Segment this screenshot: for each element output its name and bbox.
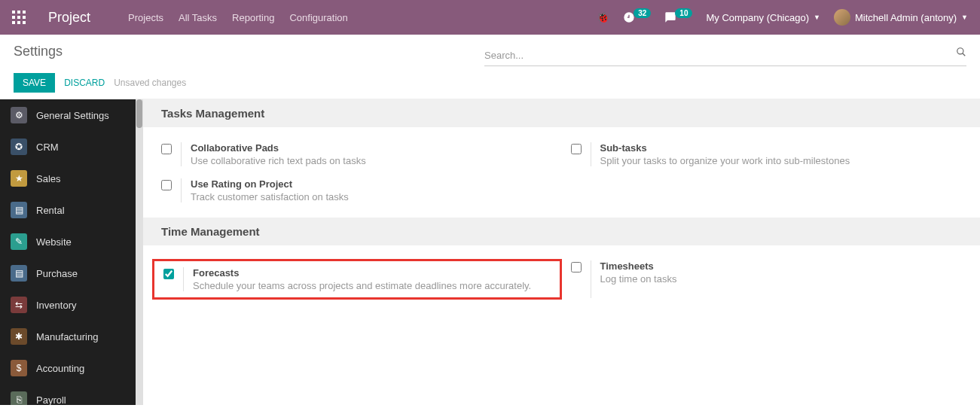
avatar — [834, 9, 850, 26]
module-icon: ⚙ — [11, 107, 27, 123]
setting-description: Log time on tasks — [600, 273, 963, 285]
sidebar-item-inventory[interactable]: ⇆Inventory — [0, 289, 136, 321]
control-panel: Settings SAVE DISCARD Unsaved changes — [0, 35, 980, 99]
activity-indicator[interactable]: 32 — [623, 11, 651, 23]
sidebar-item-label: Sales — [36, 173, 61, 184]
messages-badge: 10 — [675, 8, 692, 18]
svg-line-1 — [963, 53, 966, 56]
setting-checkbox[interactable] — [571, 144, 582, 154]
module-icon: ★ — [11, 170, 27, 187]
section-header: Time Management — [143, 218, 980, 245]
sidebar-item-label: Website — [36, 236, 72, 248]
debug-icon[interactable]: 🐞 — [597, 11, 609, 23]
setting-description: Track customer satisfaction on tasks — [191, 191, 553, 202]
top-navbar: Project Projects All Tasks Reporting Con… — [0, 0, 980, 35]
setting-description: Split your tasks to organize your work i… — [600, 155, 963, 166]
setting-collaborative-pads: Collaborative PadsUse collaborative rich… — [152, 136, 562, 172]
company-name: My Company (Chicago) — [706, 12, 809, 23]
apps-icon[interactable] — [12, 11, 26, 24]
sidebar-item-rental[interactable]: ▤Rental — [0, 194, 136, 226]
module-icon: ▤ — [11, 265, 27, 282]
nav-links: Projects All Tasks Reporting Configurati… — [128, 12, 348, 23]
scrollbar[interactable] — [136, 99, 143, 405]
setting-title: Timesheets — [600, 260, 963, 272]
setting-description: Use collaborative rich text pads on task… — [191, 155, 553, 166]
module-icon: ⎘ — [11, 391, 27, 405]
discard-button[interactable]: DISCARD — [64, 78, 105, 88]
unsaved-changes-label: Unsaved changes — [114, 78, 186, 88]
nav-projects[interactable]: Projects — [128, 12, 163, 23]
settings-sidebar: ⚙General Settings✪CRM★Sales▤Rental✎Websi… — [0, 99, 136, 405]
sidebar-item-website[interactable]: ✎Website — [0, 226, 136, 257]
setting-description: Schedule your teams across projects and … — [193, 280, 551, 291]
setting-forecasts: ForecastsSchedule your teams across proj… — [152, 259, 562, 300]
setting-checkbox[interactable] — [163, 269, 174, 279]
module-icon: ⇆ — [11, 297, 27, 313]
user-name: Mitchell Admin (antony) — [855, 12, 957, 23]
setting-sub-tasks: Sub-tasksSplit your tasks to organize yo… — [562, 136, 972, 172]
sidebar-item-label: CRM — [36, 142, 59, 153]
sidebar-item-purchase[interactable]: ▤Purchase — [0, 257, 136, 289]
sidebar-item-general-settings[interactable]: ⚙General Settings — [0, 99, 136, 131]
app-brand: Project — [48, 10, 90, 26]
sidebar-item-label: General Settings — [36, 110, 109, 121]
module-icon: ▤ — [11, 202, 27, 218]
chevron-down-icon: ▼ — [961, 14, 968, 21]
nav-reporting[interactable]: Reporting — [232, 12, 274, 23]
module-icon: ✎ — [11, 233, 27, 250]
save-button[interactable]: SAVE — [14, 73, 55, 93]
sidebar-item-label: Manufacturing — [36, 331, 98, 342]
module-icon: $ — [11, 360, 27, 376]
nav-all-tasks[interactable]: All Tasks — [179, 12, 217, 23]
sidebar-item-sales[interactable]: ★Sales — [0, 163, 136, 194]
sidebar-item-accounting[interactable]: $Accounting — [0, 352, 136, 384]
page-title: Settings — [14, 44, 186, 59]
sidebar-item-label: Inventory — [36, 300, 76, 311]
setting-title: Collaborative Pads — [191, 142, 553, 154]
sidebar-item-payroll[interactable]: ⎘Payroll — [0, 384, 136, 405]
setting-title: Use Rating on Project — [191, 178, 553, 190]
setting-use-rating-on-project: Use Rating on ProjectTrack customer sati… — [152, 172, 562, 209]
setting-title: Sub-tasks — [600, 142, 963, 154]
setting-checkbox[interactable] — [161, 180, 172, 190]
company-switcher[interactable]: My Company (Chicago) ▼ — [706, 12, 820, 23]
activity-badge: 32 — [633, 8, 651, 18]
setting-checkbox[interactable] — [571, 262, 582, 272]
search-icon[interactable] — [956, 47, 966, 59]
settings-content: Tasks ManagementCollaborative PadsUse co… — [143, 99, 980, 405]
setting-checkbox[interactable] — [161, 144, 172, 154]
sidebar-item-manufacturing[interactable]: ✱Manufacturing — [0, 321, 136, 352]
section-header: Tasks Management — [143, 99, 980, 127]
chevron-down-icon: ▼ — [814, 14, 820, 21]
messages-indicator[interactable]: 10 — [664, 11, 692, 23]
sidebar-item-label: Payroll — [36, 394, 66, 406]
user-menu[interactable]: Mitchell Admin (antony) ▼ — [834, 9, 968, 26]
setting-title: Forecasts — [193, 267, 551, 279]
sidebar-item-label: Rental — [36, 205, 65, 216]
nav-configuration[interactable]: Configuration — [289, 12, 347, 23]
svg-point-0 — [957, 48, 963, 54]
module-icon: ✱ — [11, 328, 27, 345]
sidebar-item-label: Purchase — [36, 268, 78, 279]
module-icon: ✪ — [11, 139, 27, 155]
sidebar-item-crm[interactable]: ✪CRM — [0, 131, 136, 163]
setting-timesheets: TimesheetsLog time on tasks — [562, 254, 972, 304]
sidebar-item-label: Accounting — [36, 363, 84, 374]
search-input[interactable] — [484, 45, 966, 66]
